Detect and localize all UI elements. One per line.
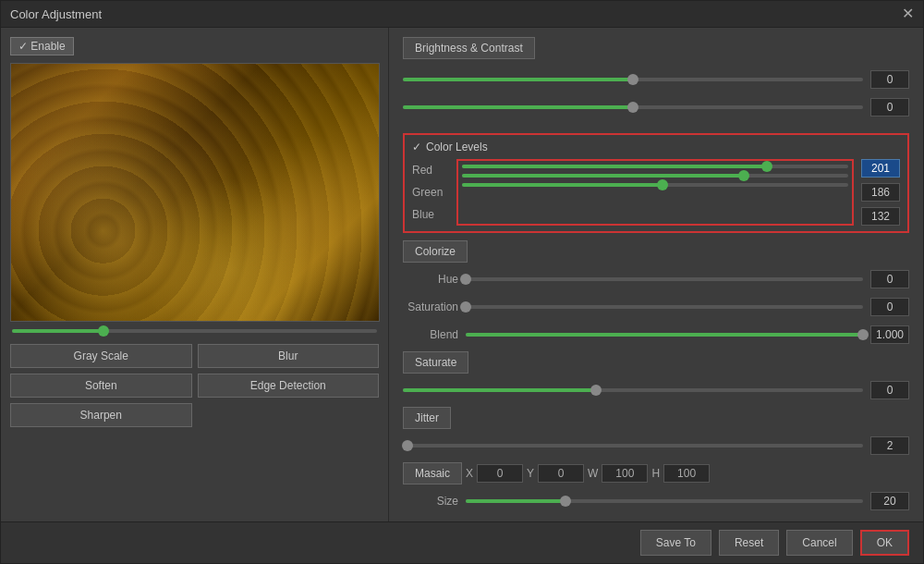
- blur-button[interactable]: Blur: [198, 344, 380, 368]
- preview-image: [10, 63, 380, 322]
- reset-button[interactable]: Reset: [719, 530, 779, 556]
- hue-value[interactable]: [870, 270, 909, 288]
- size-slider[interactable]: [466, 499, 863, 503]
- enable-checkbox[interactable]: ✓ Enable: [10, 37, 74, 55]
- saturation-label: Saturation: [403, 300, 458, 313]
- hue-slider-row: Hue: [403, 270, 909, 288]
- save-to-button[interactable]: Save To: [640, 530, 711, 556]
- masaic-row: Masaic X Y W H: [403, 462, 909, 484]
- green-value[interactable]: [861, 183, 900, 202]
- brightness-sliders: [403, 68, 909, 118]
- red-slider-row: [462, 165, 848, 168]
- contrast-value[interactable]: [870, 98, 909, 116]
- size-value[interactable]: [870, 492, 909, 510]
- gray-scale-button[interactable]: Gray Scale: [10, 344, 192, 368]
- green-slider[interactable]: [462, 174, 848, 178]
- masaic-x-label: X: [466, 467, 473, 480]
- size-label: Size: [403, 495, 458, 508]
- saturate-button[interactable]: Saturate: [403, 351, 468, 374]
- jitter-slider[interactable]: [403, 444, 863, 448]
- green-slider-row: [462, 174, 848, 178]
- ok-button[interactable]: OK: [860, 530, 909, 556]
- effects-grid: Gray Scale Blur Soften Edge Detection Sh…: [10, 344, 379, 427]
- saturate-slider[interactable]: [403, 388, 863, 392]
- color-levels-check: ✓: [412, 141, 421, 153]
- jitter-slider-row: [403, 436, 909, 455]
- edge-detection-button[interactable]: Edge Detection: [198, 374, 380, 398]
- red-slider[interactable]: [462, 165, 848, 168]
- blue-slider[interactable]: [462, 183, 848, 187]
- cancel-button[interactable]: Cancel: [786, 530, 852, 556]
- masaic-button[interactable]: Masaic: [403, 462, 462, 484]
- hue-slider[interactable]: [466, 277, 863, 281]
- title-bar: Color Adjustment ✕: [1, 1, 923, 28]
- contrast-slider-row: [403, 98, 909, 116]
- color-values: [861, 159, 900, 226]
- right-panel: Brightness & Contrast: [389, 28, 923, 521]
- saturate-value[interactable]: [870, 381, 909, 399]
- colorize-button[interactable]: Colorize: [403, 240, 468, 263]
- color-levels-section: ✓ Color Levels Red Green Blue: [403, 133, 909, 233]
- enable-row: ✓ Enable: [10, 37, 379, 55]
- dialog: Color Adjustment ✕ ✓ Enable Gray Scale: [0, 0, 924, 564]
- blue-label: Blue: [412, 208, 449, 221]
- red-value[interactable]: [861, 159, 900, 178]
- masaic-w-input[interactable]: [602, 464, 648, 483]
- color-levels-label: Color Levels: [426, 141, 488, 153]
- blend-value[interactable]: [870, 325, 909, 344]
- saturation-slider-row: Saturation: [403, 298, 909, 316]
- sharpen-button[interactable]: Sharpen: [10, 403, 192, 427]
- blue-slider-row: [462, 183, 848, 187]
- brightness-value[interactable]: [870, 70, 909, 89]
- masaic-h-input[interactable]: [663, 464, 710, 483]
- contrast-slider[interactable]: [403, 105, 863, 109]
- masaic-x-input[interactable]: [477, 464, 523, 483]
- preview-zoom-slider-row: [10, 329, 379, 333]
- blend-slider[interactable]: [466, 333, 863, 337]
- color-levels-sliders-wrapper: Red Green Blue: [412, 159, 900, 226]
- dialog-title: Color Adjustment: [10, 7, 102, 21]
- saturate-slider-row: [403, 381, 909, 399]
- saturation-slider[interactable]: [466, 305, 863, 309]
- blend-slider-row: Blend: [403, 325, 909, 344]
- left-panel: ✓ Enable Gray Scale Blur Soften Edge Det…: [1, 28, 389, 521]
- jitter-button[interactable]: Jitter: [403, 407, 451, 429]
- masaic-y-input[interactable]: [538, 464, 584, 483]
- color-sliders-box: [456, 159, 854, 226]
- content-area: ✓ Enable Gray Scale Blur Soften Edge Det…: [1, 28, 923, 521]
- saturation-value[interactable]: [870, 298, 909, 316]
- brightness-slider-row: [403, 70, 909, 89]
- preview-zoom-slider[interactable]: [12, 329, 377, 333]
- masaic-h-label: H: [651, 467, 660, 480]
- color-levels-header: ✓ Color Levels: [412, 141, 900, 153]
- masaic-y-label: Y: [527, 467, 534, 480]
- jitter-value[interactable]: [870, 436, 909, 455]
- brightness-slider[interactable]: [403, 78, 863, 81]
- masaic-w-label: W: [588, 467, 598, 480]
- red-label: Red: [412, 164, 449, 177]
- color-labels: Red Green Blue: [412, 159, 449, 226]
- soften-button[interactable]: Soften: [10, 374, 192, 398]
- blue-value[interactable]: [861, 207, 900, 226]
- hue-label: Hue: [403, 273, 458, 286]
- close-button[interactable]: ✕: [902, 6, 914, 21]
- blend-label: Blend: [403, 328, 458, 341]
- footer: Save To Reset Cancel OK: [1, 521, 923, 563]
- green-label: Green: [412, 186, 449, 199]
- size-slider-row: Size: [403, 492, 909, 510]
- brightness-contrast-button[interactable]: Brightness & Contrast: [403, 37, 535, 59]
